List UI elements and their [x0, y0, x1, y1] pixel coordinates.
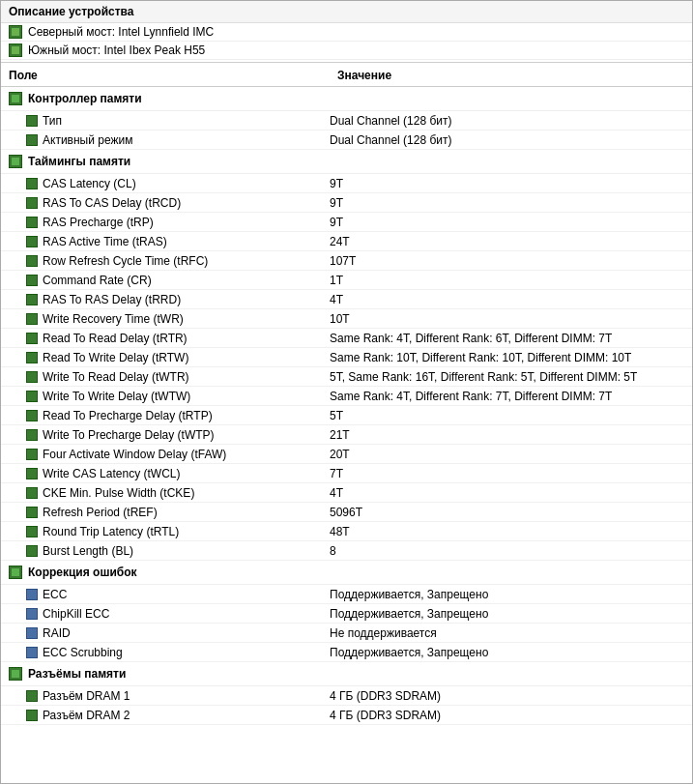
table-row: ECCПоддерживается, Запрещено [1, 585, 692, 604]
timings-icon [9, 155, 22, 168]
row-icon [26, 217, 38, 228]
value-cell: 5T [330, 409, 684, 422]
field-cell: Round Trip Latency (tRTL) [26, 525, 330, 538]
table-row: RAIDНе поддерживается [1, 624, 692, 643]
table-row: ТипDual Channel (128 бит) [1, 111, 692, 131]
row-icon [26, 710, 38, 721]
device-section-header: Описание устройства [1, 1, 692, 23]
separator-1 [1, 62, 692, 63]
error-correction-group-label: Коррекция ошибок [28, 566, 137, 579]
field-cell: RAS To RAS Delay (tRRD) [26, 293, 330, 306]
field-cell: Write CAS Latency (tWCL) [26, 467, 330, 480]
row-icon [26, 197, 38, 209]
field-cell: Разъём DRAM 1 [26, 689, 330, 703]
field-cell: RAID [26, 626, 330, 640]
row-icon [26, 468, 38, 479]
memory-controller-group-label: Контроллер памяти [28, 92, 142, 105]
memory-controller-group-header: Контроллер памяти [1, 87, 692, 111]
table-row: RAS Precharge (tRP)9T [1, 213, 692, 232]
field-cell: Read To Read Delay (tRTR) [26, 332, 330, 345]
field-cell: Тип [26, 114, 330, 128]
field-label: Read To Read Delay (tRTR) [43, 332, 188, 345]
row-icon [26, 178, 38, 189]
row-icon [26, 294, 38, 305]
value-cell: 9T [330, 196, 684, 210]
memory-slots-group-header: Разъёмы памяти [1, 662, 692, 686]
row-icon [26, 333, 38, 344]
field-cell: Refresh Period (tREF) [26, 506, 330, 519]
row-icon [26, 690, 38, 702]
field-cell: ECC Scrubbing [26, 646, 330, 659]
value-cell: 4T [330, 293, 684, 306]
value-cell: Same Rank: 10T, Different Rank: 10T, Dif… [330, 351, 684, 364]
row-icon [26, 627, 38, 639]
row-icon [26, 134, 38, 146]
value-cell: Dual Channel (128 бит) [330, 114, 684, 128]
value-cell: 1T [330, 274, 684, 287]
table-row: RAS Active Time (tRAS)24T [1, 232, 692, 251]
field-label: CKE Min. Pulse Width (tCKE) [43, 486, 194, 500]
row-icon [26, 449, 38, 460]
row-icon [26, 429, 38, 441]
row-icon [26, 371, 38, 383]
table-row: CKE Min. Pulse Width (tCKE)4T [1, 483, 692, 503]
field-cell: ECC [26, 588, 330, 601]
value-cell: Поддерживается, Запрещено [330, 607, 684, 621]
value-cell: 24T [330, 235, 684, 248]
row-icon [26, 352, 38, 363]
field-label: Тип [43, 114, 62, 128]
value-cell: 7T [330, 467, 684, 480]
device-row: Северный мост: Intel Lynnfield IMC [1, 23, 692, 42]
field-label: Read To Precharge Delay (tRTP) [43, 409, 213, 422]
field-cell: Read To Write Delay (tRTW) [26, 351, 330, 364]
memory-timings-group-label: Таймингы памяти [28, 155, 130, 168]
field-cell: Burst Length (BL) [26, 544, 330, 558]
value-cell: Same Rank: 4T, Different Rank: 7T, Diffe… [330, 390, 684, 403]
value-cell: 20T [330, 448, 684, 461]
device-label: Южный мост: Intel Ibex Peak H55 [28, 44, 205, 57]
table-row: Write To Write Delay (tWTW)Same Rank: 4T… [1, 387, 692, 406]
value-cell: 4T [330, 486, 684, 500]
table-row: Round Trip Latency (tRTL)48T [1, 522, 692, 541]
value-cell: Same Rank: 4T, Different Rank: 6T, Diffe… [330, 332, 684, 345]
field-label: Write To Read Delay (tWTR) [43, 370, 189, 384]
field-label: Round Trip Latency (tRTL) [43, 525, 179, 538]
field-cell: Write To Precharge Delay (tWTP) [26, 428, 330, 442]
row-icon [26, 313, 38, 325]
row-icon [26, 487, 38, 499]
field-cell: Write To Write Delay (tWTW) [26, 390, 330, 403]
value-cell: 48T [330, 525, 684, 538]
memory-slots-group-label: Разъёмы памяти [28, 667, 126, 681]
field-label: Write To Write Delay (tWTW) [43, 390, 190, 403]
value-cell: 4 ГБ (DDR3 SDRAM) [330, 709, 684, 722]
field-cell: RAS To CAS Delay (tRCD) [26, 196, 330, 210]
field-cell: Write Recovery Time (tWR) [26, 312, 330, 326]
device-section-label: Описание устройства [9, 5, 134, 18]
table-row: ECC ScrubbingПоддерживается, Запрещено [1, 643, 692, 662]
field-label: RAS To RAS Delay (tRRD) [43, 293, 181, 306]
chip-north-icon [9, 25, 22, 39]
controller-icon [9, 92, 22, 105]
field-cell: ChipKill ECC [26, 607, 330, 621]
col-value-header: Значение [337, 69, 684, 82]
field-label: ECC Scrubbing [43, 646, 123, 659]
device-list: Северный мост: Intel Lynnfield IMCЮжный … [1, 23, 692, 60]
device-row: Южный мост: Intel Ibex Peak H55 [1, 42, 692, 60]
table-row: Refresh Period (tREF)5096T [1, 503, 692, 522]
field-label: Write Recovery Time (tWR) [43, 312, 184, 326]
field-cell: Активный режим [26, 133, 330, 147]
field-label: RAS Active Time (tRAS) [43, 235, 167, 248]
field-label: Разъём DRAM 1 [43, 689, 130, 703]
table-row: Разъём DRAM 24 ГБ (DDR3 SDRAM) [1, 706, 692, 725]
slots-icon [9, 667, 22, 681]
table-row: Write To Read Delay (tWTR)5T, Same Rank:… [1, 367, 692, 387]
table-header: Поле Значение [1, 65, 692, 87]
row-icon [26, 410, 38, 421]
row-icon [26, 526, 38, 537]
field-label: Command Rate (CR) [43, 274, 152, 287]
row-icon [26, 236, 38, 247]
value-cell: 9T [330, 177, 684, 190]
value-cell: 8 [330, 544, 684, 558]
value-cell: 21T [330, 428, 684, 442]
field-cell: Row Refresh Cycle Time (tRFC) [26, 254, 330, 268]
